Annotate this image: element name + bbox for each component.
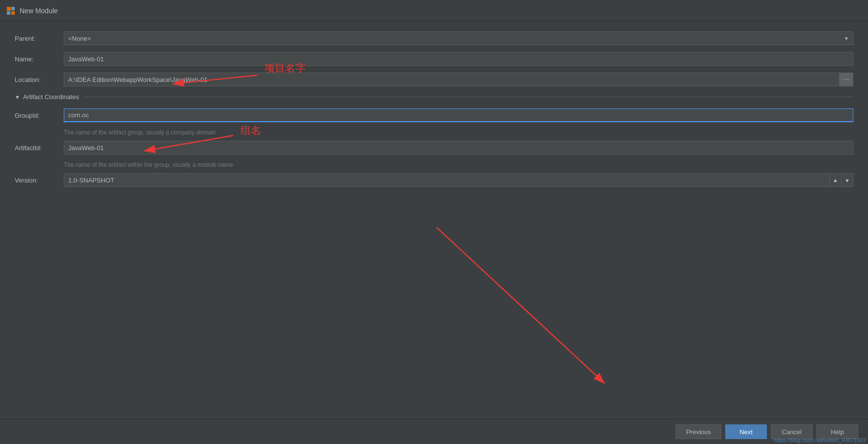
version-row: Version: ▲ ▼	[15, 173, 853, 187]
module-icon	[6, 6, 16, 16]
parent-dropdown[interactable]: <None> ▼	[64, 31, 853, 45]
footer-url: https://blog.csdn.net/weixin_43671437	[774, 437, 866, 443]
location-input[interactable]	[64, 73, 839, 86]
groupid-hint: The name of the artifact group, usually …	[64, 129, 853, 136]
svg-rect-1	[11, 7, 15, 10]
section-divider	[84, 97, 853, 97]
groupid-label: GroupId:	[15, 112, 64, 119]
next-button-arrow	[437, 228, 605, 383]
svg-rect-3	[11, 11, 15, 15]
button-bar: Previous Next Cancel Help https://blog.c…	[0, 419, 868, 444]
artifact-section-header: ▼ Artifact Coordinates	[15, 93, 853, 101]
version-label: Version:	[15, 177, 64, 184]
artifactid-label: ArtifactId:	[15, 144, 64, 152]
dialog-container: New Module Parent: <None> ▼ Name: Locati…	[0, 0, 868, 444]
content-area: Parent: <None> ▼ Name: Location: ⋯ ▼ Art…	[0, 22, 868, 419]
version-input-wrapper: ▲ ▼	[64, 173, 853, 187]
artifactid-input[interactable]	[64, 141, 853, 155]
name-label: Name:	[15, 55, 64, 63]
artifactid-hint: The name of the artifact within the grou…	[64, 161, 853, 168]
location-row: Location: ⋯	[15, 73, 853, 86]
artifactid-row: ArtifactId:	[15, 141, 853, 155]
dialog-title: New Module	[20, 7, 58, 15]
location-browse-button[interactable]: ⋯	[839, 73, 853, 86]
version-input[interactable]	[64, 174, 829, 186]
svg-rect-0	[7, 7, 11, 11]
artifact-section-title: Artifact Coordinates	[23, 93, 79, 101]
groupid-input[interactable]	[64, 108, 853, 122]
groupid-row: GroupId:	[15, 108, 853, 122]
svg-rect-2	[7, 11, 10, 15]
version-arrow-up[interactable]: ▲	[829, 173, 841, 187]
version-arrow-down[interactable]: ▼	[841, 173, 853, 187]
next-button[interactable]: Next	[725, 424, 767, 439]
name-row: Name:	[15, 52, 853, 66]
location-input-wrapper: ⋯	[64, 73, 853, 86]
section-toggle-icon[interactable]: ▼	[15, 94, 20, 100]
title-bar: New Module	[0, 0, 868, 22]
parent-label: Parent:	[15, 35, 64, 42]
dropdown-arrow-icon: ▼	[844, 36, 849, 41]
location-label: Location:	[15, 76, 64, 83]
name-input[interactable]	[64, 52, 853, 66]
parent-value: <None>	[68, 35, 91, 42]
parent-row: Parent: <None> ▼	[15, 31, 853, 45]
previous-button[interactable]: Previous	[676, 424, 721, 439]
